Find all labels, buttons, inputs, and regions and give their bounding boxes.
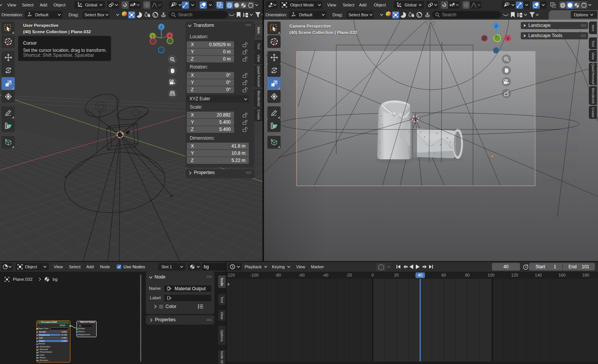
svg-text:X: X xyxy=(169,34,171,38)
svg-text:Y: Y xyxy=(151,34,154,38)
svg-text:Z: Z xyxy=(495,24,497,28)
svg-text:X: X xyxy=(507,37,509,40)
svg-text:Z: Z xyxy=(160,25,162,29)
svg-text:Y: Y xyxy=(495,34,497,38)
